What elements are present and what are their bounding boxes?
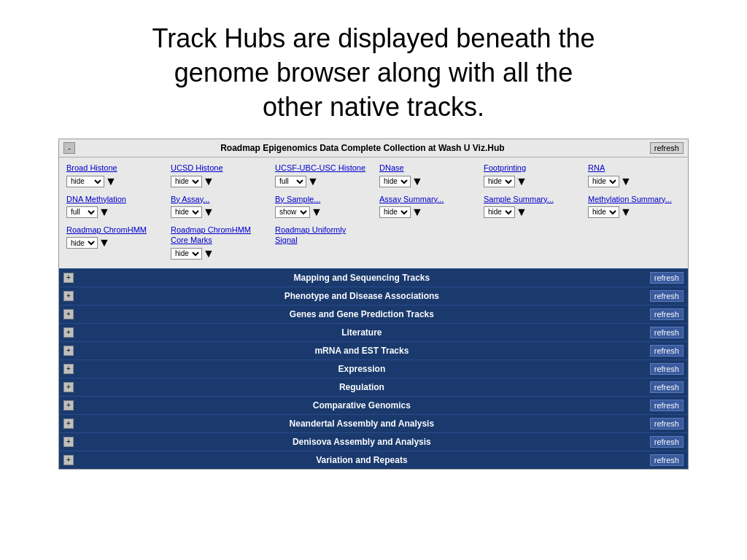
section-refresh-button[interactable]: refresh [650,436,684,448]
footprinting-link[interactable]: Footprinting [484,163,576,173]
sample-summary-link[interactable]: Sample Summary... [484,194,576,204]
tracks-row-1: Broad Histone hidefulldense ▼ UCSD Histo… [63,160,684,190]
tracks-content: Broad Histone hidefulldense ▼ UCSD Histo… [59,158,688,268]
track-cell: DNA Methylation fullhide ▼ [63,192,162,221]
ucsf-ubc-usc-link[interactable]: UCSF-UBC-USC Histone [275,163,368,173]
assay-summary-select[interactable]: hidefull [379,206,411,218]
section-refresh-button[interactable]: refresh [650,418,684,429]
ucsf-select[interactable]: fullhide [275,176,306,187]
collapse-button[interactable]: - [63,142,75,154]
section-title: Genes and Gene Prediction Tracks [78,309,646,319]
section-refresh-button[interactable]: refresh [650,308,684,320]
track-cell: Broad Histone hidefulldense ▼ [63,160,162,190]
section-expand-button[interactable]: + [63,309,74,319]
track-cell: Sample Summary... hidefull ▼ [481,192,579,221]
section-row: +Literaturerefresh [59,323,688,341]
section-title: Variation and Repeats [78,455,646,465]
section-expand-button[interactable]: + [63,364,74,374]
section-row: +Neandertal Assembly and Analysisrefresh [59,414,688,432]
dna-methylation-link[interactable]: DNA Methylation [66,194,159,204]
track-cell: UCSD Histone hidefull ▼ [168,160,266,190]
roadmap-chromhmm-select[interactable]: hidefull [66,237,98,249]
track-cell: Assay Summary... hidefull ▼ [376,192,475,221]
ucsd-histone-link[interactable]: UCSD Histone [171,163,263,173]
section-refresh-button[interactable]: refresh [650,363,684,375]
section-refresh-button[interactable]: refresh [650,400,684,411]
track-cell-empty [585,222,684,262]
broad-histone-link[interactable]: Broad Histone [66,163,159,173]
by-sample-select[interactable]: showhide [275,206,310,218]
section-refresh-button[interactable]: refresh [650,290,684,302]
section-expand-button[interactable]: + [63,346,74,356]
rna-link[interactable]: RNA [588,163,681,173]
section-title: Mapping and Sequencing Tracks [78,273,646,283]
by-assay-select[interactable]: hidefull [171,206,202,218]
panel-header: - Roadmap Epigenomics Data Complete Coll… [59,139,688,158]
section-title: Literature [78,327,646,338]
track-cell: Roadmap Uniformly Signal [272,222,371,262]
page-container: Track Hubs are displayed beneath the gen… [0,0,747,484]
section-refresh-button[interactable]: refresh [650,272,684,284]
roadmap-uniformly-signal-link[interactable]: Roadmap Uniformly Signal [275,225,368,246]
section-title: Denisova Assembly and Analysis [78,437,646,447]
section-refresh-button[interactable]: refresh [650,327,684,338]
track-cell: Methylation Summary... hidefull ▼ [585,192,684,221]
section-refresh-button[interactable]: refresh [650,381,684,393]
section-row: +Genes and Gene Prediction Tracksrefresh [59,305,688,323]
section-row: +mRNA and EST Tracksrefresh [59,341,688,359]
section-title: Phenotype and Disease Associations [78,291,646,301]
track-cell: Roadmap ChromHMM Core Marks hidefull ▼ [168,222,266,262]
track-cell: Roadmap ChromHMM hidefull ▼ [63,222,162,262]
sections-container: +Mapping and Sequencing Tracksrefresh+Ph… [59,268,688,469]
roadmap-chromhmm-core-marks-link[interactable]: Roadmap ChromHMM Core Marks [171,225,263,246]
dnase-link[interactable]: DNase [379,163,472,173]
track-cell: Footprinting hidefull ▼ [481,160,579,190]
section-refresh-button[interactable]: refresh [650,345,684,357]
track-cell-empty [481,222,579,262]
methylation-summary-select[interactable]: hidefull [588,206,619,218]
section-refresh-button[interactable]: refresh [650,454,684,466]
tracks-row-3: Roadmap ChromHMM hidefull ▼ Roadmap Chro… [63,222,684,262]
section-expand-button[interactable]: + [63,455,74,465]
panel-refresh-button[interactable]: refresh [650,142,684,154]
section-expand-button[interactable]: + [63,419,74,429]
broad-histone-select[interactable]: hidefulldense [66,176,104,187]
section-expand-button[interactable]: + [63,327,74,338]
footprinting-select[interactable]: hidefull [484,176,515,187]
section-row: +Phenotype and Disease Associationsrefre… [59,287,688,305]
roadmap-chromhmm-link[interactable]: Roadmap ChromHMM [66,225,159,235]
section-expand-button[interactable]: + [63,437,74,447]
sample-summary-select[interactable]: hidefull [484,206,515,218]
section-title: mRNA and EST Tracks [78,346,646,356]
assay-summary-link[interactable]: Assay Summary... [379,194,472,204]
track-cell: UCSF-UBC-USC Histone fullhide ▼ [272,160,371,190]
section-row: +Expressionrefresh [59,359,688,378]
dna-methylation-select[interactable]: fullhide [66,206,98,218]
dnase-select[interactable]: hidefull [379,176,411,187]
ucsd-histone-select[interactable]: hidefull [171,176,202,187]
panel-title: Roadmap Epigenomics Data Complete Collec… [80,143,646,153]
section-row: +Mapping and Sequencing Tracksrefresh [59,268,688,287]
rna-select[interactable]: hidefull [588,176,619,187]
track-cell: RNA hidefull ▼ [585,160,684,190]
track-cell: By Assay... hidefull ▼ [168,192,266,221]
core-marks-select[interactable]: hidefull [171,248,202,260]
section-title: Neandertal Assembly and Analysis [78,419,646,429]
methylation-summary-link[interactable]: Methylation Summary... [588,194,681,204]
tracks-row-2: DNA Methylation fullhide ▼ By Assay... h… [63,192,684,221]
track-cell: By Sample... showhide ▼ [272,192,371,221]
section-expand-button[interactable]: + [63,382,74,392]
section-row: +Denisova Assembly and Analysisrefresh [59,432,688,451]
section-expand-button[interactable]: + [63,291,74,301]
section-expand-button[interactable]: + [63,273,74,283]
section-expand-button[interactable]: + [63,400,74,411]
by-assay-link[interactable]: By Assay... [171,194,263,204]
section-row: +Comparative Genomicsrefresh [59,396,688,414]
by-sample-link[interactable]: By Sample... [275,194,368,204]
page-title: Track Hubs are displayed beneath the gen… [58,22,689,124]
section-title: Expression [78,364,646,374]
track-cell-empty [376,222,475,262]
section-row: +Variation and Repeatsrefresh [59,451,688,469]
browser-panel: - Roadmap Epigenomics Data Complete Coll… [58,139,689,469]
section-row: +Regulationrefresh [59,378,688,396]
